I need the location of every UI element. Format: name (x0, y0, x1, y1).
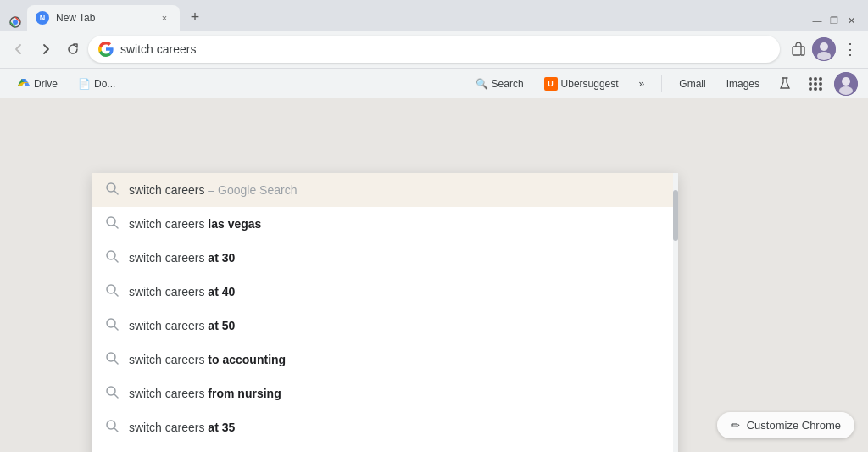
drive-icon (17, 75, 31, 92)
svg-line-10 (114, 191, 118, 194)
address-bar[interactable] (88, 36, 780, 63)
autocomplete-item-7[interactable]: switch careers at 35 (92, 410, 678, 444)
overflow-icon: » (639, 78, 645, 90)
autocomplete-bold-6: from nursing (208, 387, 281, 400)
svg-line-14 (114, 259, 118, 262)
bookmark-docs[interactable]: 📄 Do... (71, 76, 122, 92)
autocomplete-prefix-5: switch careers (129, 353, 208, 366)
docs-icon: 📄 (78, 78, 91, 90)
svg-point-5 (817, 52, 831, 60)
autocomplete-text-1: switch careers las vegas (129, 217, 665, 231)
autocomplete-item-8[interactable]: switch careers reddit (92, 444, 678, 452)
tab-bar-right: — ❐ ✕ (207, 14, 861, 31)
browser-tab-new-tab[interactable]: N New Tab × (27, 5, 180, 31)
autocomplete-bold-5: to accounting (208, 353, 286, 366)
customize-chrome-button[interactable]: ✏ Customize Chrome (717, 412, 854, 438)
svg-line-24 (114, 428, 118, 432)
autocomplete-prefix-6: switch careers (129, 387, 208, 400)
search-bookmark-icon: 🔍 (476, 78, 488, 90)
bookmark-search-label: Search (492, 78, 524, 90)
ubersuggest-icon: U (544, 77, 558, 91)
autocomplete-item-5[interactable]: switch careers to accounting (92, 343, 678, 377)
autocomplete-item-6[interactable]: switch careers from nursing (92, 377, 678, 410)
autocomplete-item-1[interactable]: switch careers las vegas (92, 207, 678, 241)
svg-point-4 (820, 42, 828, 51)
tab-title: New Tab (56, 12, 151, 24)
nav-right-icons: ⋮ (787, 37, 861, 61)
address-input[interactable] (120, 42, 770, 56)
gmail-link[interactable]: Gmail (672, 76, 712, 92)
svg-point-7 (842, 77, 850, 86)
refresh-button[interactable] (61, 37, 85, 61)
back-button[interactable] (7, 37, 31, 61)
labs-icon[interactable] (773, 72, 797, 96)
autocomplete-text-7: switch careers at 35 (129, 421, 665, 434)
autocomplete-google-label-0: – Google Search (208, 183, 297, 197)
tab-bar: N New Tab × + — ❐ ✕ (0, 0, 868, 31)
bookmark-drive-label: Drive (34, 78, 58, 90)
menu-button[interactable]: ⋮ (837, 37, 861, 61)
close-button[interactable]: ✕ (844, 14, 858, 27)
autocomplete-text-4: switch careers at 50 (129, 319, 665, 332)
customize-label: Customize Chrome (747, 419, 841, 432)
search-icon-1 (105, 215, 119, 232)
svg-line-16 (114, 293, 118, 296)
autocomplete-scrollbar (673, 173, 678, 452)
nav-bar: ⋮ (0, 31, 868, 68)
search-icon-5 (105, 351, 119, 368)
autocomplete-prefix-7: switch careers (129, 421, 208, 434)
autocomplete-dropdown: switch careers – Google Search switch ca… (92, 173, 678, 452)
chrome-menu-icon[interactable] (7, 14, 24, 31)
tab-close-button[interactable]: × (158, 11, 171, 25)
autocomplete-prefix-0: switch careers (129, 183, 204, 197)
svg-line-20 (114, 360, 118, 364)
autocomplete-text-3: switch careers at 40 (129, 285, 665, 299)
profile-avatar (812, 37, 836, 61)
bookmark-ubersuggest[interactable]: U Ubersuggest (537, 75, 626, 92)
search-icon-2 (105, 249, 119, 266)
extensions-button[interactable] (787, 37, 810, 61)
autocomplete-text-2: switch careers at 30 (129, 251, 665, 265)
bookmark-ubersuggest-label: Ubersuggest (561, 78, 619, 90)
autocomplete-bold-4: at 50 (208, 319, 235, 332)
search-icon-0 (105, 181, 119, 198)
profile-button[interactable] (812, 37, 836, 61)
autocomplete-text-5: switch careers to accounting (129, 353, 665, 366)
google-apps-icon (809, 77, 822, 91)
svg-line-12 (114, 225, 118, 228)
autocomplete-bold-3: at 40 (208, 285, 235, 299)
bookmark-search[interactable]: 🔍 Search (469, 76, 531, 92)
minimize-button[interactable]: — (810, 14, 824, 27)
autocomplete-item-4[interactable]: switch careers at 50 (92, 309, 678, 343)
bookmarks-overflow[interactable]: » (632, 76, 652, 92)
svg-point-1 (13, 20, 18, 25)
bookmarks-bar: Drive 📄 Do... 🔍 Search U Ubersuggest » G… (0, 68, 868, 98)
autocomplete-item-0[interactable]: switch careers – Google Search (92, 173, 678, 207)
tab-favicon: N (36, 11, 49, 25)
browser-frame: N New Tab × + — ❐ ✕ (0, 0, 868, 452)
google-logo-icon (98, 42, 114, 57)
bookmark-drive[interactable]: Drive (10, 74, 64, 93)
svg-line-22 (114, 394, 118, 398)
search-icon-4 (105, 317, 119, 334)
autocomplete-bold-2: at 30 (208, 251, 235, 265)
autocomplete-scrollbar-thumb (673, 190, 678, 241)
maximize-button[interactable]: ❐ (827, 14, 841, 27)
autocomplete-bold-7: at 35 (208, 421, 235, 434)
divider (661, 75, 662, 92)
autocomplete-prefix-1: switch careers (129, 217, 208, 231)
autocomplete-text-6: switch careers from nursing (129, 387, 665, 400)
autocomplete-item-3[interactable]: switch careers at 40 (92, 275, 678, 309)
page-content: ✉ Inbox Y! Yahoo Inbox r Reddit S Sally … (0, 98, 868, 452)
search-icon-6 (105, 385, 119, 402)
autocomplete-item-2[interactable]: switch careers at 30 (92, 241, 678, 275)
autocomplete-prefix-2: switch careers (129, 251, 208, 265)
google-apps-button[interactable] (804, 72, 827, 96)
new-tab-button[interactable]: + (183, 5, 207, 29)
search-icon-3 (105, 283, 119, 300)
svg-point-8 (839, 86, 853, 95)
images-link[interactable]: Images (720, 76, 766, 92)
bookmarks-profile-avatar[interactable] (834, 72, 858, 96)
svg-line-18 (114, 326, 118, 330)
forward-button[interactable] (34, 37, 58, 61)
